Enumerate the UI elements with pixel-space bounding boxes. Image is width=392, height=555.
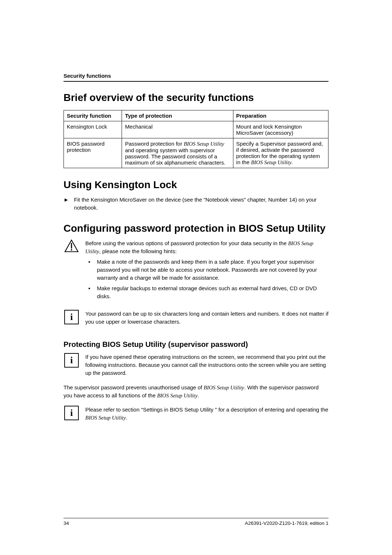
- info-icon: i: [64, 406, 79, 420]
- info-body: If you have opened these operating instr…: [85, 353, 328, 377]
- info-block: i If you have opened these operating ins…: [64, 353, 328, 377]
- security-functions-table: Security function Type of protection Pre…: [64, 110, 328, 168]
- table-row: BIOS password protection Password protec…: [64, 138, 328, 168]
- list-item: Make regular backups to external storage…: [95, 284, 328, 300]
- page-footer: 34 A26391-V2020-Z120-1-7619, edition 1: [64, 518, 328, 526]
- heading-brief-overview: Brief overview of the security functions: [64, 92, 328, 104]
- th-preparation: Preparation: [233, 110, 328, 121]
- info-block: i Please refer to section "Settings in B…: [64, 406, 328, 422]
- text-fragment: The supervisor password prevents unautho…: [64, 384, 204, 390]
- text-fragment: and operating system with supervisor pas…: [125, 147, 225, 166]
- svg-point-2: [71, 249, 72, 251]
- text-fragment: .: [197, 392, 199, 398]
- th-security-function: Security function: [64, 110, 122, 121]
- step-text: Fit the Kensington MicroSaver on the dev…: [74, 196, 328, 212]
- cell-kensington-type: Mechanical: [122, 121, 233, 138]
- th-type-protection: Type of protection: [122, 110, 233, 121]
- step-item: ► Fit the Kensington MicroSaver on the d…: [64, 196, 328, 212]
- table-header-row: Security function Type of protection Pre…: [64, 110, 328, 121]
- text-fragment: Please refer to section "Settings in BIO…: [85, 406, 328, 413]
- paragraph: The supervisor password prevents unautho…: [64, 384, 328, 400]
- list-item: Make a note of the passwords and keep th…: [95, 258, 328, 281]
- info-body: Please refer to section "Settings in BIO…: [85, 406, 328, 422]
- heading-configuring-password: Configuring password protection in BIOS …: [64, 223, 328, 234]
- cell-kensington-prep: Mount and lock Kensington MicroSaver (ac…: [233, 121, 328, 138]
- cell-bios-name: BIOS password protection: [64, 138, 122, 168]
- text-fragment: Before using the various options of pass…: [85, 240, 288, 246]
- heading-protecting-bios: Protecting BIOS Setup Utility (superviso…: [64, 340, 328, 349]
- text-fragment: Password protection for: [125, 141, 184, 147]
- step-arrow-icon: ►: [64, 196, 69, 212]
- text-fragment: , please note the following hints:: [99, 248, 176, 254]
- text-italic: BIOS Setup Utility: [251, 159, 291, 165]
- text-italic: BIOS Setup Utility: [85, 415, 126, 421]
- info-block: i Your password can be up to six charact…: [64, 310, 328, 326]
- heading-using-kensington: Using Kensington Lock: [64, 179, 328, 191]
- section-label: Security functions: [64, 73, 328, 82]
- cell-bios-type: Password protection for BIOS Setup Utili…: [122, 138, 233, 168]
- table-row: Kensington Lock Mechanical Mount and loc…: [64, 121, 328, 138]
- info-icon: i: [64, 310, 79, 324]
- page-number: 34: [64, 520, 69, 526]
- warning-bullets: Make a note of the passwords and keep th…: [85, 258, 328, 300]
- text-fragment: .: [291, 159, 293, 165]
- text-italic: BIOS Setup Utility: [157, 393, 198, 398]
- warning-block: Before using the various options of pass…: [64, 239, 328, 303]
- text-italic: BIOS Setup Utility: [204, 385, 244, 390]
- warning-icon: [64, 239, 79, 252]
- text-fragment: .: [126, 414, 127, 421]
- info-icon: i: [64, 353, 79, 368]
- doc-id: A26391-V2020-Z120-1-7619, edition 1: [245, 520, 328, 526]
- info-body: Your password can be up to six character…: [85, 310, 328, 326]
- text-italic: BIOS Setup Utility: [184, 141, 224, 147]
- cell-bios-prep: Specify a Supervisor password and, if de…: [233, 138, 328, 168]
- cell-kensington-name: Kensington Lock: [64, 121, 122, 138]
- warning-body: Before using the various options of pass…: [85, 239, 328, 303]
